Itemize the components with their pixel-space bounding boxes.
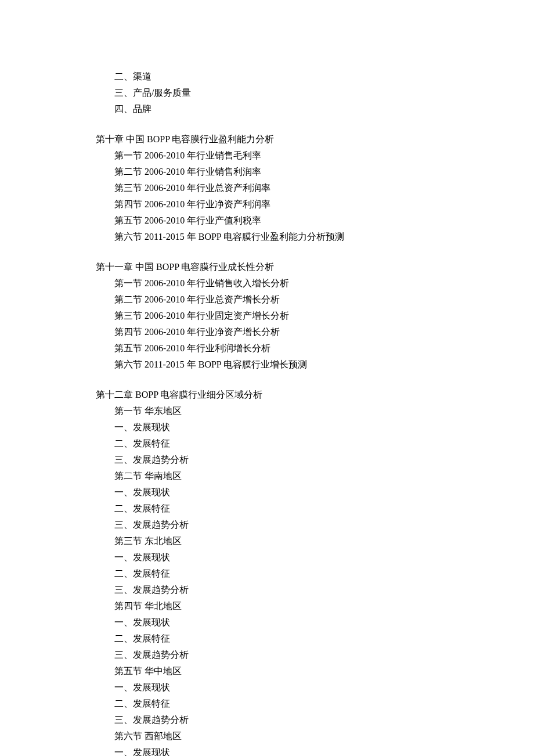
- list-item: 一、发展现状: [114, 744, 534, 756]
- list-item: 一、发展现状: [114, 549, 534, 566]
- section-item: 第五节 2006-2010 年行业产值利税率: [114, 213, 534, 229]
- section-item: 第三节 2006-2010 年行业总资产利润率: [114, 180, 534, 196]
- list-item: 二、发展特征: [114, 631, 534, 647]
- list-item: 三、产品/服务质量: [114, 85, 534, 101]
- list-item: 一、发展现状: [114, 614, 534, 631]
- list-item: 二、发展特征: [114, 501, 534, 517]
- section-item: 第五节 2006-2010 年行业利润增长分析: [114, 340, 534, 357]
- section-item: 第六节 西部地区: [114, 728, 534, 744]
- chapter-title: 第十一章 中国 BOPP 电容膜行业成长性分析: [96, 259, 534, 275]
- section-item: 第四节 2006-2010 年行业净资产利润率: [114, 196, 534, 213]
- section-item: 第二节 2006-2010 年行业销售利润率: [114, 164, 534, 180]
- chapter-title: 第十二章 BOPP 电容膜行业细分区域分析: [96, 387, 534, 403]
- list-item: 三、发展趋势分析: [114, 712, 534, 728]
- list-item: 二、渠道: [114, 69, 534, 85]
- section-item: 第一节 华东地区: [114, 403, 534, 419]
- list-item: 一、发展现状: [114, 419, 534, 435]
- list-item: 一、发展现状: [114, 484, 534, 501]
- list-item: 二、发展特征: [114, 696, 534, 712]
- section-item: 第四节 华北地区: [114, 598, 534, 614]
- section-item: 第四节 2006-2010 年行业净资产增长分析: [114, 324, 534, 340]
- section-item: 第六节 2011-2015 年 BOPP 电容膜行业增长预测: [114, 357, 534, 373]
- list-item: 三、发展趋势分析: [114, 452, 534, 468]
- list-item: 三、发展趋势分析: [114, 647, 534, 663]
- section-item: 第二节 2006-2010 年行业总资产增长分析: [114, 291, 534, 308]
- list-item: 一、发展现状: [114, 679, 534, 696]
- section-item: 第三节 东北地区: [114, 533, 534, 549]
- section-item: 第一节 2006-2010 年行业销售收入增长分析: [114, 275, 534, 291]
- chapter-title: 第十章 中国 BOPP 电容膜行业盈利能力分析: [96, 131, 534, 147]
- section-item: 第一节 2006-2010 年行业销售毛利率: [114, 147, 534, 164]
- section-item: 第五节 华中地区: [114, 663, 534, 679]
- section-item: 第三节 2006-2010 年行业固定资产增长分析: [114, 308, 534, 324]
- prelude-items: 二、渠道 三、产品/服务质量 四、品牌: [96, 69, 534, 117]
- list-item: 三、发展趋势分析: [114, 517, 534, 533]
- section-item: 第二节 华南地区: [114, 468, 534, 484]
- section-item: 第六节 2011-2015 年 BOPP 电容膜行业盈利能力分析预测: [114, 229, 534, 245]
- list-item: 四、品牌: [114, 101, 534, 117]
- list-item: 三、发展趋势分析: [114, 582, 534, 598]
- list-item: 二、发展特征: [114, 435, 534, 452]
- list-item: 二、发展特征: [114, 566, 534, 582]
